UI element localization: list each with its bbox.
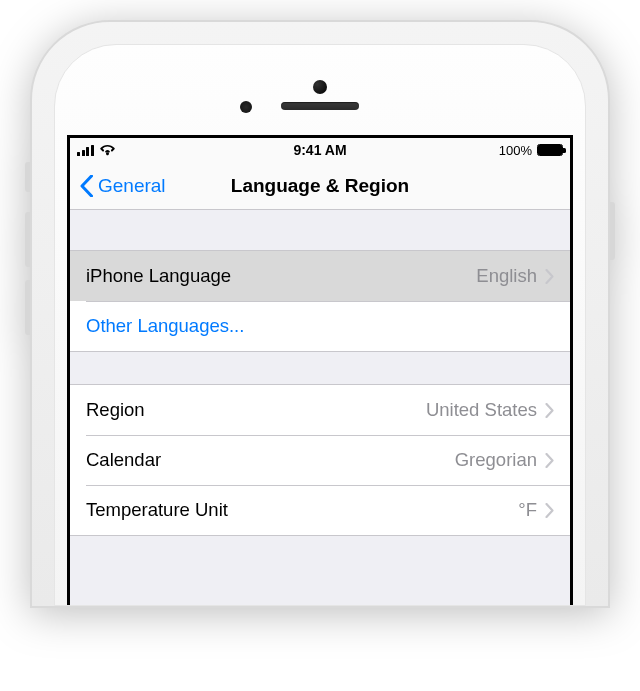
volume-down-button — [25, 280, 30, 335]
row-value: English — [476, 265, 545, 287]
other-languages-row[interactable]: Other Languages... — [70, 301, 570, 351]
row-label: Other Languages... — [86, 315, 244, 337]
chevron-right-icon — [545, 403, 554, 418]
cellular-signal-icon — [77, 145, 94, 156]
mute-switch — [25, 162, 30, 192]
row-label: Calendar — [86, 449, 161, 471]
calendar-row[interactable]: Calendar Gregorian — [70, 435, 570, 485]
front-camera — [313, 80, 327, 94]
status-time: 9:41 AM — [293, 142, 346, 158]
temperature-unit-row[interactable]: Temperature Unit °F — [70, 485, 570, 535]
region-group: Region United States Calendar Gregorian … — [70, 384, 570, 536]
row-value: °F — [518, 499, 545, 521]
screen: 9:41 AM 100% General Language & — [67, 135, 573, 605]
chevron-right-icon — [545, 453, 554, 468]
language-group: iPhone Language English Other Languages.… — [70, 250, 570, 352]
navigation-bar: General Language & Region — [70, 162, 570, 210]
wifi-icon — [99, 144, 116, 156]
chevron-left-icon — [80, 175, 93, 197]
back-button[interactable]: General — [80, 175, 166, 197]
row-label: Region — [86, 399, 145, 421]
row-label: Temperature Unit — [86, 499, 228, 521]
battery-percentage: 100% — [499, 143, 532, 158]
volume-up-button — [25, 212, 30, 267]
back-label: General — [98, 175, 166, 197]
row-value: Gregorian — [455, 449, 545, 471]
row-label: iPhone Language — [86, 265, 231, 287]
page-title: Language & Region — [231, 175, 409, 197]
battery-icon — [537, 144, 563, 156]
status-bar: 9:41 AM 100% — [70, 138, 570, 162]
proximity-sensor — [240, 101, 252, 113]
row-value: United States — [426, 399, 545, 421]
chevron-right-icon — [545, 503, 554, 518]
region-row[interactable]: Region United States — [70, 385, 570, 435]
phone-mockup: 9:41 AM 100% General Language & — [30, 20, 610, 608]
iphone-language-row[interactable]: iPhone Language English — [70, 251, 570, 301]
chevron-right-icon — [545, 269, 554, 284]
earpiece-speaker — [281, 102, 359, 110]
power-button — [610, 202, 615, 260]
